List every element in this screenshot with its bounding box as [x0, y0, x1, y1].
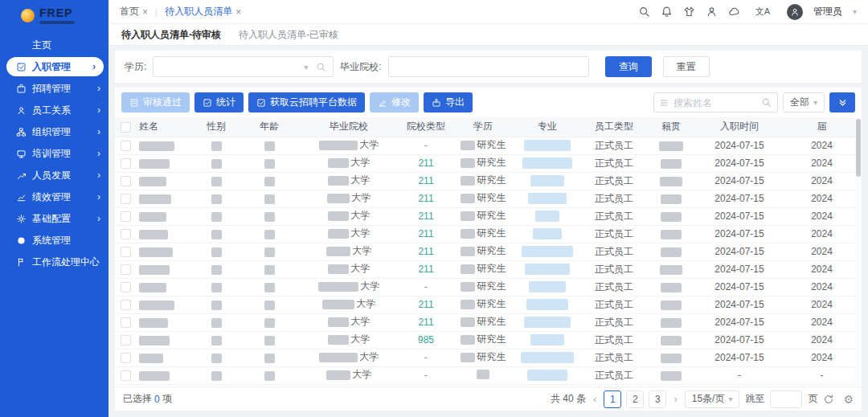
close-icon[interactable]: × [142, 6, 148, 18]
table-row[interactable]: 大学211研究生正式员工2024-07-152024 [115, 190, 862, 207]
redacted-gender [211, 371, 222, 381]
settings-gear-icon[interactable]: ⚙ [843, 393, 854, 406]
table-row[interactable]: 大学-研究生正式员工2024-07-152024 [115, 278, 862, 296]
table-footer: 已选择 0 项 共 40 条 ‹ 123 › 15条/页 ▾ 跳至 页 [115, 386, 862, 411]
sidebar-item-onboarding[interactable]: 入职管理› [6, 57, 104, 76]
onboarding-icon [16, 62, 27, 72]
translate-icon[interactable]: 文A [755, 6, 770, 18]
reset-button[interactable]: 重置 [663, 56, 710, 77]
breadcrumb-item[interactable]: 待入职人员清单 × [165, 5, 241, 18]
page-size-select[interactable]: 15条/页 ▾ [685, 390, 740, 408]
degree: 研究生 [477, 333, 506, 346]
row-checkbox[interactable] [121, 247, 131, 257]
scrollbar-thumb[interactable] [856, 119, 861, 177]
table-row[interactable]: 大学985研究生正式员工2024-07-152024 [115, 331, 862, 349]
breadcrumb-item[interactable]: 首页 × [120, 5, 148, 18]
page-2-button[interactable]: 2 [626, 390, 644, 408]
row-checkbox[interactable] [121, 300, 131, 310]
table-row[interactable]: 大学-研究生正式员工2024-07-152024 [115, 349, 862, 366]
redacted-age [264, 194, 275, 204]
row-checkbox[interactable] [121, 141, 131, 151]
bell-icon[interactable] [661, 6, 673, 18]
sidebar-item-talent-development[interactable]: 人员发展› [0, 166, 108, 185]
avatar[interactable] [787, 4, 803, 20]
vertical-scrollbar[interactable] [855, 117, 862, 386]
sidebar-item-recruitment[interactable]: 招聘管理› [0, 79, 108, 98]
page-3-button[interactable]: 3 [649, 390, 666, 408]
fetch-cloud-recruit-button[interactable]: 获取云招聘平台数据 [248, 92, 365, 112]
redacted-degree-prefix [461, 317, 475, 327]
page-1-button[interactable]: 1 [604, 390, 621, 408]
search-icon [316, 62, 326, 72]
select-all-checkbox[interactable] [121, 122, 131, 133]
school-input[interactable] [388, 56, 589, 77]
table-row[interactable]: 大学211研究生正式员工2024-07-152024 [115, 260, 862, 278]
sidebar-item-workflow[interactable]: 工作流处理中心 [0, 252, 108, 272]
close-icon[interactable]: × [235, 6, 241, 18]
redacted-age [264, 159, 275, 169]
sidebar-item-employee-relations[interactable]: 员工关系› [0, 100, 108, 120]
table-row[interactable]: 大学211研究生正式员工2024-07-152024 [115, 313, 862, 331]
chevron-right-icon: › [92, 61, 96, 72]
row-checkbox[interactable] [121, 335, 131, 345]
row-checkbox[interactable] [121, 176, 131, 186]
sidebar-item-training[interactable]: 培训管理› [0, 144, 108, 163]
query-button[interactable]: 查询 [605, 56, 652, 77]
column-header: 学历 [454, 117, 512, 137]
expand-columns-button[interactable] [829, 92, 855, 112]
row-checkbox[interactable] [121, 194, 131, 204]
row-checkbox[interactable] [121, 317, 131, 328]
tab-1[interactable]: 待入职人员清单-已审核 [237, 25, 340, 45]
redacted-age [264, 141, 275, 151]
export-button[interactable]: 导出 [424, 92, 473, 112]
table-row[interactable]: 大学211研究生正式员工2024-07-152024 [115, 225, 862, 243]
row-checkbox[interactable] [121, 353, 131, 363]
redacted-age [264, 177, 275, 186]
redacted-major [530, 334, 564, 345]
scope-select[interactable]: 全部 ▾ [783, 92, 825, 112]
redacted-origin [661, 230, 682, 239]
redacted-gender [211, 300, 222, 310]
table-row[interactable]: 大学211研究生正式员工2024-07-152024 [115, 172, 862, 190]
sidebar-item-performance[interactable]: 绩效管理› [0, 187, 108, 206]
education-select[interactable]: ▾ [153, 56, 334, 77]
jump-page-input[interactable] [770, 390, 802, 408]
table-row[interactable]: 大学211研究生正式员工2024-07-152024 [115, 207, 862, 225]
user-icon[interactable] [706, 6, 718, 18]
tab-0[interactable]: 待入职人员清单-待审核 [120, 25, 223, 45]
sidebar-item-organization[interactable]: 组织管理› [0, 122, 108, 141]
row-checkbox[interactable] [121, 229, 131, 239]
table-row[interactable]: 大学-正式员工-- [115, 366, 862, 384]
sidebar-item-system[interactable]: 系统管理 [0, 231, 108, 250]
school-suffix: 大学 [351, 315, 371, 329]
statistics-button[interactable]: 统计 [194, 92, 244, 112]
shirt-icon[interactable] [683, 6, 695, 18]
row-checkbox[interactable] [121, 158, 131, 169]
approve-button[interactable]: 审核通过 [121, 92, 190, 112]
table-row[interactable]: 大学211研究生正式员工2024-07-152024 [115, 154, 862, 172]
row-checkbox[interactable] [121, 370, 131, 381]
redacted-origin [661, 247, 682, 257]
search-icon[interactable] [638, 6, 650, 18]
chevron-right-icon: › [97, 213, 100, 224]
table-row[interactable]: 大学211研究生正式员工2024-07-152024 [115, 243, 862, 260]
row-checkbox[interactable] [121, 282, 131, 292]
cloud-icon[interactable] [728, 6, 740, 18]
table-row[interactable]: 大学211研究生正式员工2024-07-152024 [115, 296, 862, 313]
name-search-input[interactable] [674, 97, 757, 108]
sidebar-item-label: 培训管理 [32, 147, 94, 161]
row-checkbox[interactable] [121, 264, 131, 275]
sidebar-item-label: 招聘管理 [32, 82, 94, 96]
redacted-origin [661, 318, 682, 328]
prev-page-button[interactable]: ‹ [592, 393, 598, 405]
redacted-origin [661, 159, 682, 169]
table-row[interactable]: 大学-研究生正式员工2024-07-152024 [115, 137, 862, 154]
next-page-button[interactable]: › [672, 393, 678, 405]
search-icon[interactable] [761, 97, 772, 108]
refresh-icon[interactable] [823, 394, 834, 405]
edit-button[interactable]: 修改 [370, 92, 419, 112]
sidebar-item-home[interactable]: 主页 [0, 35, 108, 55]
sidebar-item-basic-config[interactable]: 基础配置› [0, 209, 108, 228]
degree: 研究生 [477, 156, 506, 170]
row-checkbox[interactable] [121, 211, 131, 222]
